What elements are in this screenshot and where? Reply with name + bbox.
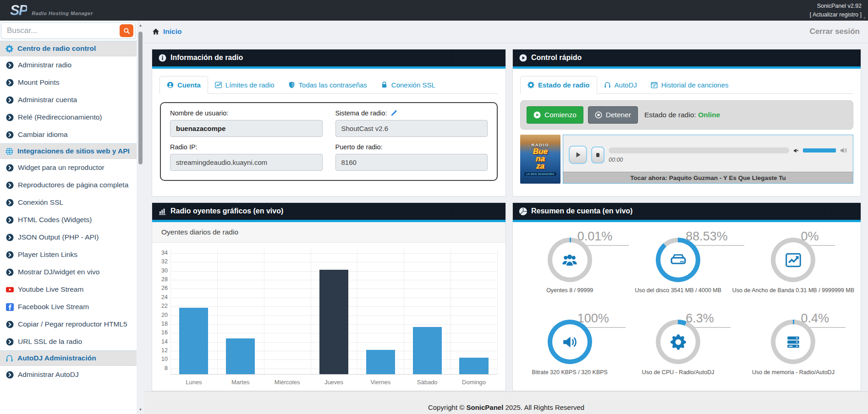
sidebar-search (1, 22, 136, 39)
logout-link[interactable]: Cerrar sesión (809, 27, 860, 36)
sidebar-label: Administrar cuenta (18, 96, 77, 104)
x-tick-label: Lunes (170, 379, 217, 386)
search-icon (123, 27, 130, 34)
edit-pencil-icon[interactable] (390, 110, 397, 117)
sidebar-item-conexi-n-ssl[interactable]: Conexión SSL (0, 194, 137, 211)
username-field: Nombre de usuario: buenazacompe (170, 109, 323, 137)
sidebar-header-autodj-administraci-n[interactable]: AutoDJ Administración (0, 350, 137, 366)
panel-title: Control rápido (531, 54, 582, 62)
tab-l-mites-de-radio[interactable]: Límites de radio (208, 76, 281, 94)
scroll-down-icon[interactable]: ▼ (137, 408, 144, 412)
sidebar-item-widget-para-un-reproductor[interactable]: Widget para un reproductor (0, 159, 137, 176)
radio-port-value: 8160 (335, 154, 488, 171)
tab-autodj[interactable]: AutoDJ (597, 76, 644, 94)
globe-icon (5, 147, 13, 155)
bar-jueves[interactable] (319, 270, 348, 374)
x-tick-label: Sábado (404, 379, 450, 386)
sidebar-item-json-output-php-api[interactable]: JSON Output (PHP - API) (0, 229, 137, 246)
search-input[interactable] (1, 26, 120, 35)
tab-estado-de-radio[interactable]: Estado de radio (520, 76, 597, 94)
sidebar-label: Relé (Redireccionamiento) (18, 113, 102, 121)
start-button[interactable]: Comienzo (527, 106, 583, 124)
gauge-ring (548, 238, 592, 282)
x-tick-label: Jueves (311, 379, 357, 386)
username-value: buenazacompe (170, 120, 323, 137)
sidebar-scrollbar[interactable]: ▲ ▼ (137, 21, 144, 414)
sidebar-item-player-listen-links[interactable]: Player Listen Links (0, 246, 137, 263)
sidebar-item-reproductores-de-p-gina-completa[interactable]: Reproductores de página completa (0, 176, 137, 194)
sidebar-label: Mostrar DJ/widget en vivo (18, 268, 99, 276)
tab-todas-las-contrase-as[interactable]: Todas las contraseñas (281, 76, 374, 94)
gauge-uso-de-ancho-de-banda-0-31-mb-9999999-mb: 0%Uso de Ancho de Banda 0.31 MB / 999999… (732, 238, 854, 306)
sidebar-item-rel-redireccionamiento[interactable]: Relé (Redireccionamiento) (0, 109, 137, 126)
sidebar-label: Mount Points (18, 78, 59, 87)
player-play-button[interactable] (569, 146, 587, 164)
sidebar-item-copiar-pegar-reproductor-html5[interactable]: Copiar / Pegar reproductor HTML5 (0, 316, 137, 333)
chart-line-icon (215, 82, 222, 88)
search-button[interactable] (120, 24, 133, 37)
chevron-icon (6, 199, 14, 207)
page-scroll-up-icon[interactable]: ▲ (863, 15, 867, 20)
account-summary-panel: Resumen de cuenta (en vivo) 0.01%Oyentes… (512, 202, 861, 391)
player-stop-button[interactable] (591, 147, 604, 163)
sidebar-item-url-ssl-de-la-radio[interactable]: URL SSL de la radio (0, 333, 137, 350)
sidebar-header-centro-de-radio-control[interactable]: Centro de radio control (0, 41, 137, 56)
tab-label: AutoDJ (615, 81, 637, 89)
gauge-caption: Uso de CPU - Radio/AutoDJ (642, 369, 714, 376)
tab-conexi-n-ssl[interactable]: Conexión SSL (374, 76, 442, 94)
sidebar-item-administrar-radio[interactable]: Administrar radio (0, 56, 137, 74)
bar-s-bado[interactable] (413, 327, 442, 375)
chevron-icon (6, 79, 14, 87)
bar-viernes[interactable] (366, 350, 395, 374)
chevron-icon (6, 371, 14, 379)
x-tick-label: Martes (217, 379, 264, 386)
panel-title: Información de radio (170, 54, 243, 62)
y-tick-label: 34 (155, 250, 168, 256)
sidebar-item-mount-points[interactable]: Mount Points (0, 74, 137, 91)
pie-chart-icon (519, 207, 527, 215)
audio-player: 00:00 Tocar ahora: Paquito Guzman - Y Es… (563, 135, 853, 184)
sidebar-item-administrar-cuenta[interactable]: Administrar cuenta (0, 91, 137, 109)
sidebar-item-facebook-live-stream[interactable]: Facebook Live Stream (0, 298, 137, 316)
sidebar-label: Widget para un reproductor (18, 163, 104, 172)
stop-button[interactable]: Detener (588, 106, 638, 124)
sidebar-item-administrar-autodj[interactable]: Administrar AutoDJ (0, 366, 137, 383)
tab-label: Estado de radio (538, 81, 590, 89)
sidebar-item-html-codes-widgets[interactable]: HTML Codes (Widgets) (0, 211, 137, 229)
update-registry-link[interactable]: [ Actualizar registro ] (810, 11, 862, 19)
tab-cuenta[interactable]: Cuenta (159, 76, 208, 94)
quick-control-panel: Control rápido Estado de radioAutoDJHist… (512, 49, 861, 196)
mute-icon[interactable] (793, 147, 799, 154)
bar-lunes[interactable] (179, 308, 208, 374)
sidebar-label: HTML Codes (Widgets) (18, 216, 92, 224)
volume-slider[interactable] (803, 148, 836, 153)
gauge-caption: Uso de Ancho de Banda 0.31 MB / 9999999 … (732, 287, 854, 294)
radio-info-panel: Información de radio CuentaLímites de ra… (152, 49, 506, 196)
bar-domingo[interactable] (459, 358, 488, 374)
tab-historial-de-canciones[interactable]: Historial de canciones (644, 76, 736, 94)
sidebar-item-mostrar-dj-widget-en-vivo[interactable]: Mostrar DJ/widget en vivo (0, 263, 137, 281)
tab-label: Todas las contraseñas (299, 81, 367, 89)
chart-line-icon (786, 252, 801, 268)
y-tick-label: 10 (155, 356, 168, 362)
sidebar-item-youtube-live-stream[interactable]: Youtube Live Stream (0, 281, 137, 298)
gear-icon (527, 82, 534, 88)
sidebar-header-integraciones-de-sitios-web-y-api[interactable]: Integraciones de sitios web y API (0, 143, 137, 159)
volume-icon[interactable] (840, 147, 847, 154)
radio-status: Estado de radio: Online (644, 111, 720, 119)
chart-subtitle: Oyentes diarios de radio (152, 222, 505, 243)
y-tick-label: 14 (155, 338, 168, 345)
chevron-icon (6, 131, 14, 139)
app-logo: SP Radio Hosting Manager (10, 2, 93, 19)
gridline (357, 249, 357, 374)
chevron-icon (6, 234, 14, 241)
scrollbar-thumb[interactable] (138, 32, 143, 164)
seek-bar[interactable] (609, 147, 789, 153)
calendar-check-icon (651, 82, 658, 88)
breadcrumb[interactable]: Inicio (152, 27, 181, 36)
sidebar-item-cambiar-idioma[interactable]: Cambiar idioma (0, 126, 137, 143)
gauge-caption: Bitrate 320 KBPS / 320 KBPS (532, 369, 608, 376)
scroll-up-icon[interactable]: ▲ (137, 23, 144, 27)
bar-martes[interactable] (226, 338, 255, 374)
tab-label: Conexión SSL (391, 81, 435, 89)
